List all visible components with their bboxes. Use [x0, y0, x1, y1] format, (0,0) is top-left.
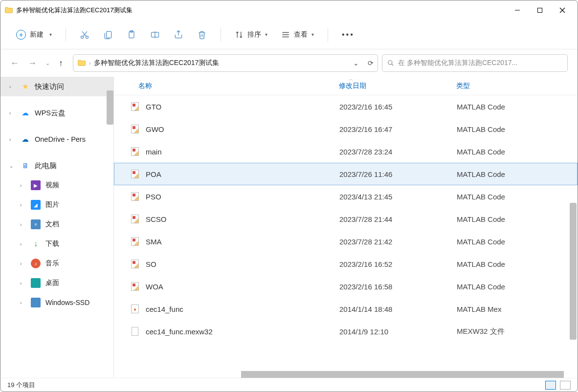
sidebar-item-onedrive[interactable]: › ☁ OneDrive - Pers [0, 130, 113, 149]
file-name: cec14_func.mexw32 [146, 327, 339, 336]
sidebar-item-wps[interactable]: › ☁ WPS云盘 [0, 103, 113, 123]
column-headers: ︿ 名称 修改日期 类型 [114, 77, 578, 95]
file-name: PSO [146, 193, 339, 201]
nav-bar: ← → ⌄ ↑ › 多种智能优化算法算法跑CEC2017测试集 ⌄ ⟳ 在 多种… [0, 49, 578, 77]
sidebar-item-windows-ssd[interactable]: › Windows-SSD [0, 293, 113, 312]
file-row[interactable]: GWO2023/2/16 16:47MATLAB Code [114, 118, 578, 140]
sidebar-item-music[interactable]: › ♪ 音乐 [0, 254, 113, 273]
folder-icon [77, 59, 86, 67]
share-button[interactable] [168, 25, 189, 44]
search-placeholder: 在 多种智能优化算法算法跑CEC2017... [398, 59, 517, 67]
svg-rect-1 [538, 8, 542, 13]
maximize-button[interactable] [529, 3, 551, 18]
icons-view-button[interactable] [560, 381, 571, 390]
rename-button[interactable] [144, 25, 166, 44]
recent-dropdown[interactable]: ⌄ [45, 60, 50, 66]
chevron-right-icon[interactable]: › [20, 261, 26, 266]
folder-icon [4, 6, 13, 15]
more-button[interactable]: ••• [336, 30, 360, 39]
file-name: cec14_func [146, 305, 339, 313]
chevron-right-icon[interactable]: › [20, 241, 26, 247]
sidebar-item-this-pc[interactable]: ⌄ 🖥 此电脑 [0, 156, 113, 175]
item-count: 19 个项目 [7, 381, 35, 390]
sidebar-label: Windows-SSD [45, 299, 89, 306]
file-row[interactable]: POA2023/7/26 11:46MATLAB Code [114, 163, 578, 185]
chevron-down-icon: ▾ [265, 32, 267, 37]
matlab-file-icon [131, 282, 139, 291]
vertical-scrollbar[interactable] [570, 203, 577, 340]
drive-icon [31, 298, 41, 307]
chevron-right-icon[interactable]: › [9, 137, 15, 142]
sidebar-item-documents[interactable]: › ≡ 文档 [0, 215, 113, 234]
file-row[interactable]: SCSO2023/7/28 21:44MATLAB Code [114, 208, 578, 230]
file-row[interactable]: PSO2023/4/13 21:45MATLAB Code [114, 185, 578, 208]
up-button[interactable]: ↑ [59, 58, 63, 68]
refresh-button[interactable]: ⟳ [368, 59, 374, 67]
view-button[interactable]: 查看 ▾ [275, 30, 320, 39]
chevron-right-icon[interactable]: › [20, 183, 26, 188]
chevron-right-icon[interactable]: › [20, 300, 26, 305]
file-date: 2023/7/28 21:44 [339, 215, 457, 223]
file-row[interactable]: SO2023/2/16 16:52MATLAB Code [114, 253, 578, 275]
download-icon: ↓ [31, 239, 41, 249]
column-name[interactable]: 名称 [133, 82, 339, 90]
file-row[interactable]: cec14_func.mexw322014/1/9 12:10MEXW32 文件 [114, 320, 578, 343]
forward-button[interactable]: → [28, 58, 37, 68]
matlab-file-icon [131, 125, 139, 133]
separator [66, 28, 66, 42]
sidebar-item-pictures[interactable]: › ◢ 图片 [0, 195, 113, 215]
sidebar-label: 此电脑 [35, 161, 57, 171]
column-type[interactable]: 类型 [456, 82, 564, 90]
matlab-file-icon [131, 237, 139, 246]
video-icon: ▶ [31, 180, 41, 190]
file-row[interactable]: SMA2023/7/28 21:42MATLAB Code [114, 230, 578, 253]
sidebar-item-downloads[interactable]: › ↓ 下载 [0, 234, 113, 254]
history-dropdown[interactable]: ⌄ [353, 59, 359, 67]
sidebar-item-videos[interactable]: › ▶ 视频 [0, 175, 113, 195]
column-date[interactable]: 修改日期 [339, 82, 456, 90]
sidebar-item-quick-access[interactable]: › ★ 快速访问 [0, 77, 113, 96]
horizontal-scrollbar[interactable] [241, 371, 564, 378]
copy-button[interactable] [97, 25, 119, 44]
close-button[interactable] [551, 3, 574, 18]
document-icon: ≡ [31, 219, 41, 229]
chevron-right-icon[interactable]: › [9, 84, 15, 89]
chevron-right-icon[interactable]: › [20, 222, 26, 227]
cut-button[interactable] [74, 25, 95, 44]
delete-button[interactable] [191, 25, 213, 44]
file-type: MEXW32 文件 [457, 327, 574, 336]
status-bar: 19 个项目 [0, 378, 578, 392]
chevron-right-icon[interactable]: › [20, 202, 26, 208]
sidebar-label: 图片 [45, 200, 59, 209]
minimize-button[interactable] [506, 3, 529, 18]
sidebar-scrollbar[interactable] [107, 90, 113, 125]
breadcrumb-folder[interactable]: 多种智能优化算法算法跑CEC2017测试集 [94, 59, 220, 67]
matlab-file-icon [131, 192, 139, 201]
paste-button[interactable] [121, 25, 142, 44]
sidebar: › ★ 快速访问 › ☁ WPS云盘 › ☁ OneDrive - Pers ⌄… [0, 77, 114, 378]
window-title: 多种智能优化算法算法跑CEC2017测试集 [16, 6, 133, 15]
separator [221, 28, 221, 42]
chevron-right-icon[interactable]: › [9, 110, 15, 116]
svg-line-7 [82, 31, 86, 36]
sidebar-item-desktop[interactable]: › 桌面 [0, 273, 113, 293]
monitor-icon: 🖥 [20, 161, 30, 171]
chevron-down-icon: ▾ [311, 32, 314, 37]
new-button[interactable]: + 新建 ▾ [10, 27, 58, 43]
file-row[interactable]: GTO2023/2/16 16:45MATLAB Code [114, 95, 578, 118]
file-row[interactable]: WOA2023/2/16 16:58MATLAB Code [114, 275, 578, 298]
file-date: 2014/1/9 12:10 [339, 327, 457, 336]
svg-line-18 [392, 64, 394, 66]
picture-icon: ◢ [31, 200, 41, 210]
sidebar-label: 视频 [45, 181, 59, 190]
address-bar[interactable]: › 多种智能优化算法算法跑CEC2017测试集 ⌄ ⟳ [73, 54, 378, 72]
file-row[interactable]: main2023/7/28 23:24MATLAB Code [114, 140, 578, 163]
back-button[interactable]: ← [10, 58, 19, 68]
search-box[interactable]: 在 多种智能优化算法算法跑CEC2017... [382, 54, 568, 72]
sort-button[interactable]: 排序 ▾ [229, 30, 273, 39]
chevron-right-icon[interactable]: › [89, 60, 91, 66]
details-view-button[interactable] [545, 381, 556, 390]
chevron-right-icon[interactable]: › [20, 281, 26, 286]
chevron-down-icon[interactable]: ⌄ [9, 163, 15, 169]
file-row[interactable]: ▲cec14_func2014/1/14 18:48MATLAB Mex [114, 298, 578, 320]
